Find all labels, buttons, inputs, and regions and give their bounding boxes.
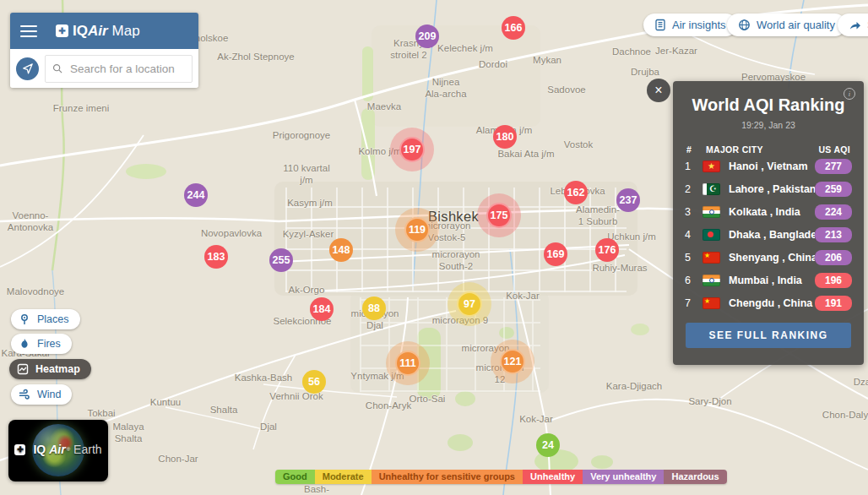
fires-label: Fires: [37, 338, 61, 350]
aqi-marker-value: 209: [415, 24, 439, 48]
panel-timestamp: 19:29, Jan 23: [673, 120, 864, 130]
aqi-marker-244[interactable]: 244: [184, 183, 208, 207]
aqi-marker-value: 255: [269, 248, 293, 272]
share-button[interactable]: S: [838, 14, 868, 36]
aqi-marker-value: 183: [204, 245, 228, 269]
close-panel-button[interactable]: ×: [647, 79, 670, 102]
aqi-marker-value: 111: [395, 351, 420, 376]
world-aqi-ranking-panel: i World AQI Ranking 19:29, Jan 23 # MAJO…: [673, 81, 864, 365]
aqi-marker-148[interactable]: 148: [329, 238, 353, 262]
legend-moderate: Moderate: [315, 470, 372, 484]
aqi-marker-237[interactable]: 237: [616, 188, 640, 212]
aqi-marker-88[interactable]: 88: [362, 296, 386, 320]
aqi-marker-197[interactable]: 197: [399, 137, 425, 162]
ranking-rows: 1★Hanoi , Vietnam2772☪Lahore , Pakistan2…: [673, 155, 864, 314]
layer-button-wind[interactable]: Wind: [11, 384, 72, 405]
city-name: Shenyang , China: [729, 252, 815, 264]
search-input[interactable]: [68, 62, 185, 76]
search-card: ✚ IQ Air Map: [10, 13, 198, 88]
ranking-row-4[interactable]: 4Dhaka , Bangladesh213: [673, 223, 864, 246]
city-name: Hanoi , Vietnam: [729, 160, 815, 172]
navigation-arrow-icon: [22, 63, 34, 74]
search-icon: [52, 63, 62, 74]
aqi-marker-121[interactable]: 121: [500, 349, 525, 374]
aqi-marker-value: 169: [544, 242, 567, 266]
earth-view-button[interactable]: ✚ IQAir® Earth: [8, 420, 108, 481]
city-name: Dhaka , Bangladesh: [729, 229, 815, 241]
aqi-marker-56[interactable]: 56: [302, 370, 326, 394]
ranking-row-1[interactable]: 1★Hanoi , Vietnam277: [673, 155, 864, 177]
heatmap-label: Heatmap: [35, 363, 80, 375]
menu-icon[interactable]: [20, 22, 37, 41]
rank-number: 4: [685, 229, 703, 241]
aqi-marker-value: 180: [493, 125, 517, 149]
flame-icon: [19, 338, 30, 350]
aqi-marker-162[interactable]: 162: [564, 181, 588, 204]
legend-unhealthy-for-sensitive-groups: Unhealthy for sensitive groups: [372, 470, 523, 484]
aqi-marker-value: 166: [502, 16, 525, 40]
iqair-logo-icon: ✚: [56, 24, 68, 37]
legend-very-unhealthy: Very unhealthy: [583, 470, 664, 484]
aqi-marker-183[interactable]: 183: [204, 245, 228, 269]
aqi-marker-255[interactable]: 255: [269, 248, 293, 272]
rank-number: 1: [685, 160, 703, 172]
legend-good: Good: [275, 470, 315, 484]
flag-bd-icon: [703, 229, 720, 241]
city-name: Chengdu , China: [729, 297, 815, 309]
layer-button-heatmap[interactable]: Heatmap: [9, 359, 91, 379]
aqi-marker-value: 184: [310, 297, 334, 321]
air-insights-label: Air insights: [672, 19, 726, 31]
aqi-marker-value: 237: [616, 188, 640, 212]
ranking-row-6[interactable]: 6Mumbai , India196: [673, 269, 864, 291]
iqair-logo-icon: ✚: [14, 444, 25, 455]
aqi-marker-97[interactable]: 97: [457, 291, 482, 317]
search-input-box: [45, 55, 193, 83]
locate-me-button[interactable]: [16, 57, 39, 80]
ranking-row-3[interactable]: 3Kolkata , India224: [673, 200, 864, 223]
aqi-marker-value: 162: [564, 181, 588, 204]
city-name: Mumbai , India: [729, 275, 815, 286]
ranking-row-5[interactable]: 5★Shenyang , China206: [673, 246, 864, 269]
aqi-marker-176[interactable]: 176: [595, 238, 619, 262]
rank-number: 5: [685, 252, 703, 264]
city-name: Kolkata , India: [729, 206, 815, 218]
aqi-marker-119[interactable]: 119: [404, 217, 430, 242]
see-full-ranking-button[interactable]: SEE FULL RANKING: [686, 323, 851, 348]
layer-button-places[interactable]: Places: [11, 309, 80, 329]
aqi-marker-169[interactable]: 169: [544, 242, 567, 266]
layer-button-fires[interactable]: Fires: [11, 334, 72, 354]
aqi-badge: 196: [815, 273, 852, 288]
flag-in-icon: [703, 275, 720, 286]
flag-pk-icon: ☪: [703, 183, 720, 195]
legend-unhealthy: Unhealthy: [523, 470, 583, 484]
world-air-quality-button[interactable]: World air quality: [727, 14, 846, 36]
col-city: MAJOR CITY: [706, 144, 818, 155]
aqi-marker-value: 244: [184, 183, 208, 207]
heatmap-icon: [17, 363, 29, 375]
info-icon[interactable]: i: [844, 88, 855, 100]
ranking-header-row: # MAJOR CITY US AQI: [673, 144, 864, 155]
aqi-marker-166[interactable]: 166: [502, 16, 525, 40]
legend-hazardous: Hazardous: [664, 470, 726, 484]
city-name: Lahore , Pakistan: [729, 183, 815, 195]
aqi-marker-175[interactable]: 175: [486, 203, 512, 228]
flag-cn-icon: ★: [703, 297, 720, 309]
aqi-marker-111[interactable]: 111: [395, 351, 420, 376]
world-air-quality-label: World air quality: [757, 19, 835, 31]
wind-icon: [19, 389, 30, 400]
aqi-marker-209[interactable]: 209: [415, 24, 439, 48]
rank-number: 3: [685, 206, 703, 218]
aqi-legend: GoodModerateUnhealthy for sensitive grou…: [275, 470, 727, 484]
ranking-row-7[interactable]: 7★Chengdu , China191: [673, 291, 864, 314]
aqi-marker-value: 56: [302, 370, 326, 394]
aqi-marker-184[interactable]: 184: [310, 297, 334, 321]
panel-title: World AQI Ranking: [673, 95, 864, 115]
aqi-marker-180[interactable]: 180: [493, 125, 517, 149]
aqi-marker-value: 88: [362, 296, 386, 320]
air-insights-button[interactable]: Air insights: [643, 14, 737, 36]
aqi-marker-24[interactable]: 24: [536, 433, 560, 457]
ranking-row-2[interactable]: 2☪Lahore , Pakistan259: [673, 177, 864, 200]
brand-iq: IQ: [73, 23, 88, 40]
aqi-marker-value: 148: [329, 238, 353, 262]
earth-label: ✚ IQAir® Earth: [8, 443, 108, 456]
